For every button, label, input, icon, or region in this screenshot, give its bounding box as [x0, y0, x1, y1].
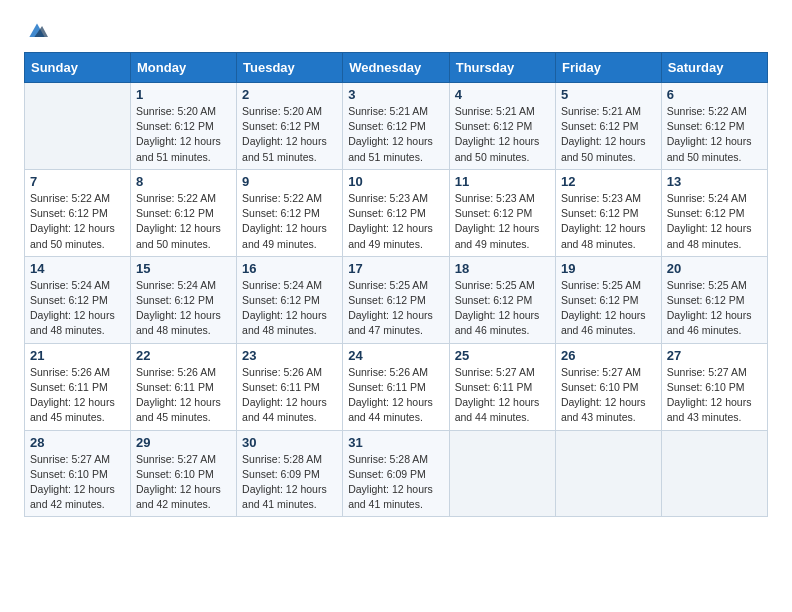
day-info: Sunrise: 5:27 AMSunset: 6:10 PMDaylight:… [667, 365, 762, 426]
day-info: Sunrise: 5:25 AMSunset: 6:12 PMDaylight:… [561, 278, 656, 339]
day-info: Sunrise: 5:27 AMSunset: 6:10 PMDaylight:… [30, 452, 125, 513]
header-day-tuesday: Tuesday [237, 53, 343, 83]
header [24, 20, 768, 42]
header-day-thursday: Thursday [449, 53, 555, 83]
day-number: 16 [242, 261, 337, 276]
calendar-cell: 2Sunrise: 5:20 AMSunset: 6:12 PMDaylight… [237, 83, 343, 170]
day-info: Sunrise: 5:28 AMSunset: 6:09 PMDaylight:… [348, 452, 444, 513]
day-info: Sunrise: 5:27 AMSunset: 6:10 PMDaylight:… [561, 365, 656, 426]
day-number: 19 [561, 261, 656, 276]
day-number: 20 [667, 261, 762, 276]
calendar-cell: 26Sunrise: 5:27 AMSunset: 6:10 PMDayligh… [555, 343, 661, 430]
day-info: Sunrise: 5:22 AMSunset: 6:12 PMDaylight:… [136, 191, 231, 252]
day-number: 18 [455, 261, 550, 276]
day-info: Sunrise: 5:20 AMSunset: 6:12 PMDaylight:… [242, 104, 337, 165]
day-number: 28 [30, 435, 125, 450]
calendar-cell: 20Sunrise: 5:25 AMSunset: 6:12 PMDayligh… [661, 256, 767, 343]
header-row: SundayMondayTuesdayWednesdayThursdayFrid… [25, 53, 768, 83]
calendar-cell: 16Sunrise: 5:24 AMSunset: 6:12 PMDayligh… [237, 256, 343, 343]
calendar-cell: 6Sunrise: 5:22 AMSunset: 6:12 PMDaylight… [661, 83, 767, 170]
calendar-cell [661, 430, 767, 517]
day-info: Sunrise: 5:27 AMSunset: 6:10 PMDaylight:… [136, 452, 231, 513]
calendar-cell: 3Sunrise: 5:21 AMSunset: 6:12 PMDaylight… [343, 83, 450, 170]
header-day-wednesday: Wednesday [343, 53, 450, 83]
day-info: Sunrise: 5:21 AMSunset: 6:12 PMDaylight:… [455, 104, 550, 165]
day-number: 4 [455, 87, 550, 102]
calendar-cell: 7Sunrise: 5:22 AMSunset: 6:12 PMDaylight… [25, 169, 131, 256]
day-number: 3 [348, 87, 444, 102]
header-day-saturday: Saturday [661, 53, 767, 83]
day-info: Sunrise: 5:23 AMSunset: 6:12 PMDaylight:… [348, 191, 444, 252]
calendar-cell: 9Sunrise: 5:22 AMSunset: 6:12 PMDaylight… [237, 169, 343, 256]
day-info: Sunrise: 5:25 AMSunset: 6:12 PMDaylight:… [667, 278, 762, 339]
week-row-1: 1Sunrise: 5:20 AMSunset: 6:12 PMDaylight… [25, 83, 768, 170]
day-info: Sunrise: 5:21 AMSunset: 6:12 PMDaylight:… [561, 104, 656, 165]
calendar-cell: 14Sunrise: 5:24 AMSunset: 6:12 PMDayligh… [25, 256, 131, 343]
calendar-cell: 15Sunrise: 5:24 AMSunset: 6:12 PMDayligh… [131, 256, 237, 343]
day-info: Sunrise: 5:26 AMSunset: 6:11 PMDaylight:… [30, 365, 125, 426]
day-info: Sunrise: 5:23 AMSunset: 6:12 PMDaylight:… [455, 191, 550, 252]
calendar-cell: 22Sunrise: 5:26 AMSunset: 6:11 PMDayligh… [131, 343, 237, 430]
day-info: Sunrise: 5:25 AMSunset: 6:12 PMDaylight:… [348, 278, 444, 339]
calendar-cell: 13Sunrise: 5:24 AMSunset: 6:12 PMDayligh… [661, 169, 767, 256]
day-number: 8 [136, 174, 231, 189]
day-info: Sunrise: 5:24 AMSunset: 6:12 PMDaylight:… [136, 278, 231, 339]
day-number: 31 [348, 435, 444, 450]
day-number: 29 [136, 435, 231, 450]
calendar-table: SundayMondayTuesdayWednesdayThursdayFrid… [24, 52, 768, 517]
week-row-5: 28Sunrise: 5:27 AMSunset: 6:10 PMDayligh… [25, 430, 768, 517]
day-info: Sunrise: 5:24 AMSunset: 6:12 PMDaylight:… [242, 278, 337, 339]
header-day-sunday: Sunday [25, 53, 131, 83]
calendar-cell: 18Sunrise: 5:25 AMSunset: 6:12 PMDayligh… [449, 256, 555, 343]
calendar-cell: 31Sunrise: 5:28 AMSunset: 6:09 PMDayligh… [343, 430, 450, 517]
calendar-cell: 12Sunrise: 5:23 AMSunset: 6:12 PMDayligh… [555, 169, 661, 256]
day-number: 9 [242, 174, 337, 189]
day-number: 26 [561, 348, 656, 363]
calendar-cell: 30Sunrise: 5:28 AMSunset: 6:09 PMDayligh… [237, 430, 343, 517]
day-number: 17 [348, 261, 444, 276]
calendar-cell: 21Sunrise: 5:26 AMSunset: 6:11 PMDayligh… [25, 343, 131, 430]
calendar-cell: 27Sunrise: 5:27 AMSunset: 6:10 PMDayligh… [661, 343, 767, 430]
calendar-cell [449, 430, 555, 517]
day-number: 24 [348, 348, 444, 363]
day-info: Sunrise: 5:21 AMSunset: 6:12 PMDaylight:… [348, 104, 444, 165]
day-number: 7 [30, 174, 125, 189]
week-row-3: 14Sunrise: 5:24 AMSunset: 6:12 PMDayligh… [25, 256, 768, 343]
day-info: Sunrise: 5:26 AMSunset: 6:11 PMDaylight:… [136, 365, 231, 426]
header-day-friday: Friday [555, 53, 661, 83]
calendar-cell: 10Sunrise: 5:23 AMSunset: 6:12 PMDayligh… [343, 169, 450, 256]
calendar-cell: 1Sunrise: 5:20 AMSunset: 6:12 PMDaylight… [131, 83, 237, 170]
week-row-4: 21Sunrise: 5:26 AMSunset: 6:11 PMDayligh… [25, 343, 768, 430]
day-number: 30 [242, 435, 337, 450]
day-info: Sunrise: 5:27 AMSunset: 6:11 PMDaylight:… [455, 365, 550, 426]
day-info: Sunrise: 5:22 AMSunset: 6:12 PMDaylight:… [30, 191, 125, 252]
day-number: 6 [667, 87, 762, 102]
calendar-cell: 29Sunrise: 5:27 AMSunset: 6:10 PMDayligh… [131, 430, 237, 517]
day-number: 12 [561, 174, 656, 189]
day-info: Sunrise: 5:23 AMSunset: 6:12 PMDaylight:… [561, 191, 656, 252]
calendar-cell: 24Sunrise: 5:26 AMSunset: 6:11 PMDayligh… [343, 343, 450, 430]
day-number: 27 [667, 348, 762, 363]
logo-icon [26, 20, 48, 42]
day-info: Sunrise: 5:24 AMSunset: 6:12 PMDaylight:… [30, 278, 125, 339]
day-number: 14 [30, 261, 125, 276]
day-info: Sunrise: 5:26 AMSunset: 6:11 PMDaylight:… [348, 365, 444, 426]
day-info: Sunrise: 5:28 AMSunset: 6:09 PMDaylight:… [242, 452, 337, 513]
day-info: Sunrise: 5:22 AMSunset: 6:12 PMDaylight:… [667, 104, 762, 165]
day-number: 21 [30, 348, 125, 363]
calendar-cell [25, 83, 131, 170]
day-number: 5 [561, 87, 656, 102]
week-row-2: 7Sunrise: 5:22 AMSunset: 6:12 PMDaylight… [25, 169, 768, 256]
calendar-cell: 25Sunrise: 5:27 AMSunset: 6:11 PMDayligh… [449, 343, 555, 430]
day-number: 10 [348, 174, 444, 189]
day-number: 1 [136, 87, 231, 102]
day-number: 11 [455, 174, 550, 189]
calendar-cell: 5Sunrise: 5:21 AMSunset: 6:12 PMDaylight… [555, 83, 661, 170]
day-number: 22 [136, 348, 231, 363]
day-number: 2 [242, 87, 337, 102]
day-info: Sunrise: 5:22 AMSunset: 6:12 PMDaylight:… [242, 191, 337, 252]
day-info: Sunrise: 5:24 AMSunset: 6:12 PMDaylight:… [667, 191, 762, 252]
calendar-cell: 4Sunrise: 5:21 AMSunset: 6:12 PMDaylight… [449, 83, 555, 170]
calendar-cell: 17Sunrise: 5:25 AMSunset: 6:12 PMDayligh… [343, 256, 450, 343]
day-number: 13 [667, 174, 762, 189]
